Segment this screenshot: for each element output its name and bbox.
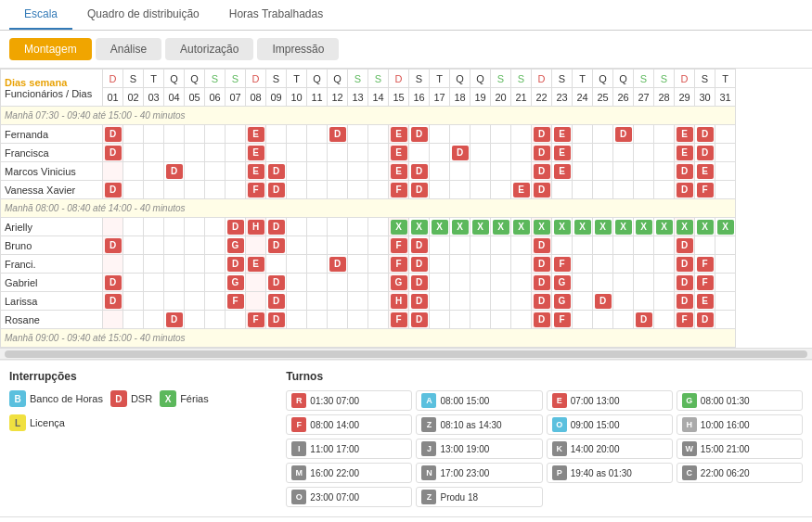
turno-badge: W bbox=[682, 441, 697, 456]
turno-item: N17:00 23:00 bbox=[416, 463, 542, 483]
label-dsr: DSR bbox=[131, 393, 152, 404]
turno-badge: R bbox=[291, 393, 306, 408]
subtab-montagem[interactable]: Montagem bbox=[9, 38, 92, 60]
turno-item: G08:00 01:30 bbox=[677, 390, 803, 411]
interrupcoes-title: Interrupções bbox=[9, 370, 267, 383]
turno-item: J13:00 19:00 bbox=[416, 439, 542, 459]
turno-time: 13:00 19:00 bbox=[440, 444, 489, 454]
turno-badge: C bbox=[682, 465, 697, 480]
tab-escala[interactable]: Escala bbox=[9, 0, 72, 30]
turno-time: 09:00 15:00 bbox=[571, 420, 620, 430]
turno-time: 15:00 21:00 bbox=[701, 444, 750, 454]
interrupcoes-section: Interrupções B Banco de Horas D DSR X Fé… bbox=[9, 370, 267, 507]
legend-turno-section: Interrupções B Banco de Horas D DSR X Fé… bbox=[0, 360, 812, 516]
turno-item: O23:00 07:00 bbox=[286, 487, 412, 507]
tab-quadro[interactable]: Quadro de distribuição bbox=[72, 0, 214, 30]
label-ferias: Férias bbox=[180, 393, 209, 404]
label-banco: Banco de Horas bbox=[30, 393, 103, 404]
subtab-analise[interactable]: Análise bbox=[96, 38, 161, 60]
turno-item: A08:00 15:00 bbox=[416, 390, 542, 411]
turno-time: Produ 18 bbox=[440, 492, 478, 503]
turno-item: ZProdu 18 bbox=[416, 487, 542, 507]
turno-time: 23:00 07:00 bbox=[310, 492, 359, 503]
badge-b: B bbox=[9, 390, 26, 407]
subtab-autorizacao[interactable]: Autorização bbox=[165, 38, 253, 60]
legend-banco: B Banco de Horas bbox=[9, 390, 103, 407]
turno-time: 07:00 13:00 bbox=[571, 396, 620, 406]
turno-badge: I bbox=[291, 441, 306, 456]
sub-tab-bar: Montagem Análise Autorização Impressão bbox=[0, 31, 812, 69]
turno-time: 08:10 as 14:30 bbox=[440, 420, 501, 430]
turno-time: 19:40 as 01:30 bbox=[571, 468, 632, 478]
tab-horas[interactable]: Horas Trabalhadas bbox=[214, 0, 338, 30]
turno-badge: E bbox=[552, 393, 567, 408]
turno-badge: Z bbox=[421, 490, 436, 504]
subtab-impressao[interactable]: Impressão bbox=[257, 38, 339, 60]
badge-d: D bbox=[110, 390, 127, 407]
turno-time: 08:00 01:30 bbox=[701, 396, 750, 406]
turnos-section: Turnos R01:30 07:00A08:00 15:00E07:00 13… bbox=[286, 370, 803, 507]
app-container: Escala Quadro de distribuição Horas Trab… bbox=[0, 0, 812, 522]
turno-badge: J bbox=[421, 441, 436, 456]
top-tab-bar: Escala Quadro de distribuição Horas Trab… bbox=[0, 0, 812, 31]
legend-licenca: L Licença bbox=[9, 414, 65, 431]
turno-badge: N bbox=[421, 465, 436, 480]
badge-l: L bbox=[9, 414, 26, 431]
turnos-title: Turnos bbox=[286, 370, 803, 383]
turno-item: C22:00 06:20 bbox=[677, 463, 803, 483]
turno-item: E07:00 13:00 bbox=[547, 390, 673, 411]
turno-time: 16:00 22:00 bbox=[310, 468, 359, 478]
dias-semana-label: Dias semana bbox=[5, 77, 67, 88]
turno-time: 08:00 15:00 bbox=[440, 396, 489, 406]
legend-ferias: X Férias bbox=[160, 390, 209, 407]
turno-time: 10:00 16:00 bbox=[701, 420, 750, 430]
schedule-table: Dias semana Funcionários / Dias DSTQQSSD… bbox=[0, 69, 736, 348]
bottom-action-bar: 💾 Salvar Escalas ✏ Sugerir escala 🗑 Limp… bbox=[0, 516, 812, 522]
turno-item: P19:40 as 01:30 bbox=[547, 463, 673, 483]
turno-item: W15:00 21:00 bbox=[677, 439, 803, 459]
turno-item: F08:00 14:00 bbox=[286, 414, 412, 435]
turno-time: 22:00 06:20 bbox=[701, 468, 750, 478]
badge-x: X bbox=[160, 390, 176, 407]
turno-item: O09:00 15:00 bbox=[547, 414, 673, 435]
turno-grid: R01:30 07:00A08:00 15:00E07:00 13:00G08:… bbox=[286, 390, 803, 507]
turno-badge: G bbox=[682, 393, 697, 408]
turno-badge: K bbox=[552, 441, 567, 456]
turno-time: 01:30 07:00 bbox=[310, 396, 359, 406]
schedule-grid: Dias semana Funcionários / Dias DSTQQSSD… bbox=[0, 69, 812, 349]
interrupcoes-items: B Banco de Horas D DSR X Férias L Licenç… bbox=[9, 390, 267, 431]
turno-item: I11:00 17:00 bbox=[286, 439, 412, 459]
turno-badge: O bbox=[552, 417, 567, 432]
turno-item: K14:00 20:00 bbox=[547, 439, 673, 459]
turno-time: 14:00 20:00 bbox=[571, 444, 620, 454]
turno-badge: O bbox=[291, 490, 306, 504]
turno-badge: H bbox=[682, 417, 697, 432]
turno-badge: A bbox=[421, 393, 436, 408]
turno-item: R01:30 07:00 bbox=[286, 390, 412, 411]
label-licenca: Licença bbox=[30, 417, 65, 428]
turno-time: 08:00 14:00 bbox=[310, 420, 359, 430]
legend-dsr: D DSR bbox=[110, 390, 152, 407]
turno-badge: F bbox=[291, 417, 306, 432]
func-dias-label: Funcionários / Dias bbox=[5, 88, 92, 99]
turno-time: 11:00 17:00 bbox=[310, 444, 359, 454]
turno-badge: Z bbox=[421, 417, 436, 432]
horizontal-scrollbar[interactable] bbox=[0, 349, 812, 360]
turno-item: M16:00 22:00 bbox=[286, 463, 412, 483]
turno-item: Z08:10 as 14:30 bbox=[416, 414, 542, 435]
turno-item: H10:00 16:00 bbox=[677, 414, 803, 435]
turno-badge: M bbox=[291, 465, 306, 480]
turno-badge: P bbox=[552, 465, 567, 480]
turno-time: 17:00 23:00 bbox=[440, 468, 489, 478]
